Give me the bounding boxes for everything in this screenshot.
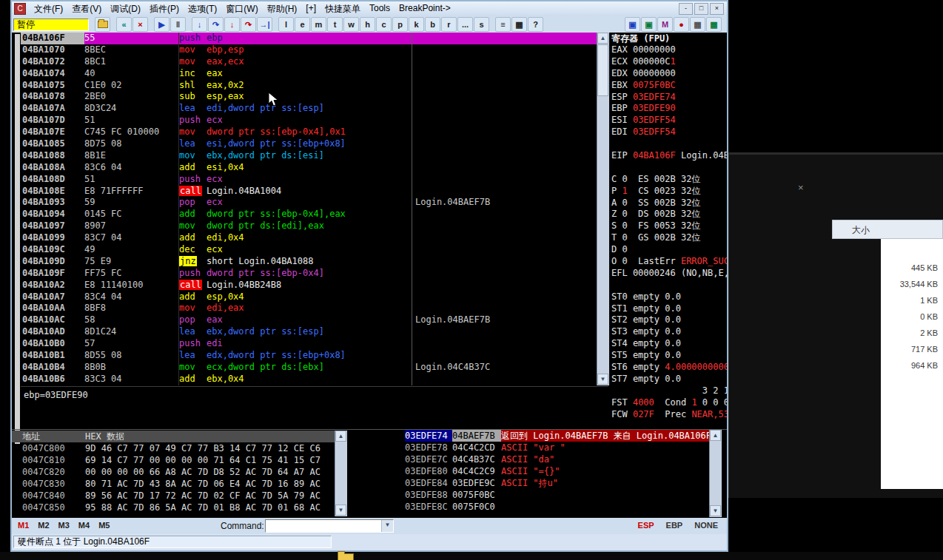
disasm-row[interactable]: 04BA109D75 E9jnzshort Login.04BA1088 [21,256,597,268]
stack-row[interactable]: 03EDFE8004C4C2C9ASCII "={}" [403,465,709,477]
register-line[interactable]: EBP 03EDFE90 [611,103,727,115]
dump-row[interactable]: 0047C83080 71 AC 7D 43 8A AC 7D 06 E4 AC… [12,478,335,490]
breakpoints-button[interactable]: b [425,17,440,32]
register-line[interactable]: ST7 empty 0.0 [611,374,727,385]
chevron-down-icon[interactable]: ▼ [381,520,393,532]
disasm-row[interactable]: 04BA10AC58popeaxLogin.04BAEF7B [21,314,597,326]
explorer-size-column-header[interactable]: 大小 [832,220,943,239]
plugin-m-button[interactable]: M [657,17,673,32]
disasm-row[interactable]: 04BA107EC745 FC 010000movdword ptr ss:[e… [21,126,597,138]
references-button[interactable]: r [441,17,457,32]
disasm-row[interactable]: 04BA109359popecxLogin.04BAEF7B [21,197,597,209]
plugin-green-button[interactable]: ▣ [641,17,657,32]
plugin-grid-button[interactable]: ▦ [690,17,705,32]
register-line[interactable]: S 0 FS 0053 32位 [611,220,727,232]
restore-button[interactable]: □ [694,3,708,15]
disasm-row[interactable]: 04BA109C49dececx [21,244,597,256]
stack-row[interactable]: 03EDFE8403EDFE9CASCII "持u" [403,477,709,489]
memory-map-button[interactable]: m [311,17,326,32]
register-line[interactable]: FCW 027F Prec NEAR,53 [611,409,727,421]
animate-over-button[interactable]: ↷ [241,17,256,32]
register-line[interactable]: ST4 empty 0.0 [611,338,727,350]
register-line[interactable]: EDX 00000000 [611,68,727,80]
close-button[interactable]: × [710,3,724,15]
disasm-row[interactable]: 04BA108D51pushecx [21,174,597,186]
register-line[interactable]: ST3 empty 0.0 [611,326,727,338]
scroll-thumb[interactable] [597,44,608,96]
memory-tab-m1[interactable]: M1 [18,521,29,530]
disasm-row[interactable]: 04BA106F55pushebp [21,33,597,44]
scroll-up-button[interactable]: ▲ [710,430,721,441]
taskbar-folder-icon[interactable] [338,553,354,560]
register-line[interactable]: EIP 04BA106F Login.04BA106F [611,150,727,162]
menu-item-plus[interactable]: [+] [301,1,321,17]
stack-row[interactable]: 03EDFE7804C4C2CDASCII "var " [403,442,709,453]
register-line[interactable] [611,280,727,291]
register-line[interactable]: ECX 000000C1 [611,56,727,68]
disasm-row[interactable]: 04BA10A2E8 11140100callLogin.04BB24B8 [21,280,597,291]
run-button[interactable]: ▶ [154,17,170,32]
register-line[interactable]: EBX 0075F0BC [611,80,727,92]
plugin-grid2-button[interactable]: ▦ [706,17,722,32]
options-button[interactable]: ≡ [495,17,511,32]
source-button[interactable]: s [474,17,489,32]
register-line[interactable]: A 0 SS 002B 32位 [611,198,727,209]
disasm-row[interactable]: 04BA10708BECmovebp,esp [21,44,597,56]
register-line[interactable] [611,138,727,150]
help-button[interactable]: ? [528,17,543,32]
menu-item-window[interactable]: 窗口(W) [221,1,262,17]
menu-item-plugins[interactable]: 插件(P) [145,1,184,17]
menu-item-quick-menu[interactable]: 快捷菜单 [321,1,365,17]
disasm-row[interactable]: 04BA10728BC1moveax,ecx [21,56,597,68]
stack-row[interactable]: 03EDFE7404BAEF7B返回到 Login.04BAEF7B 来自 Lo… [403,430,709,442]
disasm-row[interactable]: 04BA107440inceax [21,68,597,80]
step-into-button[interactable]: ↓ [192,17,207,32]
windows-button[interactable]: w [343,17,359,32]
register-line[interactable]: FST 4000 Cond 1 0 0 0 Err 0 0 0 0 0 0 0 … [611,397,727,409]
dump-row[interactable]: 0047C85095 88 AC 7D 86 5A AC 7D 01 B8 AC… [12,502,335,513]
call-stack-button[interactable]: k [409,17,424,32]
memory-tab-m4[interactable]: M4 [78,521,90,530]
log-window-button[interactable]: l [278,17,294,32]
restart-button[interactable]: « [116,17,132,32]
menu-item-view[interactable]: 查看(V) [67,1,106,17]
dump-row[interactable]: 0047C8009D 46 C7 77 07 49 C7 77 B3 14 C7… [12,442,335,454]
close-icon[interactable]: × [798,182,804,193]
register-line[interactable]: ESP 03EDFE74 [611,92,727,104]
register-line[interactable]: ST6 empty 4.0000000000000000000 [611,362,727,374]
register-line[interactable] [611,162,727,174]
plugin-red-button[interactable]: ● [674,17,689,32]
menu-item-tools[interactable]: Tools [365,1,395,17]
appearance-button[interactable]: ▦ [511,17,527,32]
dump-scrollbar[interactable]: ▲ ▼ [335,431,347,516]
dump-row[interactable]: 0047C82000 00 00 00 66 A8 AC 7D D8 52 AC… [12,466,335,478]
register-line[interactable]: EFL 00000246 (NO,NB,E,BE,NS,PE,GE,LE) [611,268,727,280]
register-line[interactable]: EDI 03EDFF54 [611,126,727,138]
execute-till-return-button[interactable]: →| [257,17,272,32]
disasm-row[interactable]: 04BA109983C7 04addedi,0x4 [21,232,597,244]
patches-button[interactable]: p [392,17,408,32]
close-program-button[interactable]: × [132,17,148,32]
taskbar[interactable] [0,552,943,560]
register-line[interactable]: T 0 GS 002B 32位 [611,232,727,244]
stack-row[interactable]: 03EDFE880075F0BC [403,489,709,501]
stack-scrollbar[interactable]: ▲ ▼ [709,430,722,517]
handles-button[interactable]: h [360,17,375,32]
disasm-row[interactable]: 04BA108EE8 71FFFFFFcallLogin.04BA1004 [21,186,597,198]
register-line[interactable]: ST2 empty 0.0 [611,314,727,326]
open-file-button[interactable] [95,17,110,32]
disasm-row[interactable]: 04BA10A783C4 04addesp,0x4 [21,291,597,303]
stack-row[interactable]: 03EDFE8C0075F0C0 [403,501,709,513]
register-line[interactable]: ST1 empty 0.0 [611,303,727,315]
dump-row[interactable]: 0047C84089 56 AC 7D 17 72 AC 7D 02 CF AC… [12,490,335,502]
menu-item-options[interactable]: 选项(T) [184,1,221,17]
menu-item-file[interactable]: 文件(F) [30,1,67,17]
disasm-row[interactable]: 04BA10858D75 08leaesi,dword ptr ss:[ebp+… [21,138,597,150]
disasm-row[interactable]: 04BA10782BE0subesp,eax [21,91,597,103]
scroll-down-button[interactable]: ▼ [710,505,721,516]
register-line[interactable]: D 0 [611,244,727,256]
menu-item-help[interactable]: 帮助(H) [263,1,302,17]
command-input[interactable] [266,520,381,532]
disasm-row[interactable]: 04BA107A8D3C24leaedi,dword ptr ss:[esp] [21,103,597,115]
minimize-button[interactable]: - [679,3,693,15]
